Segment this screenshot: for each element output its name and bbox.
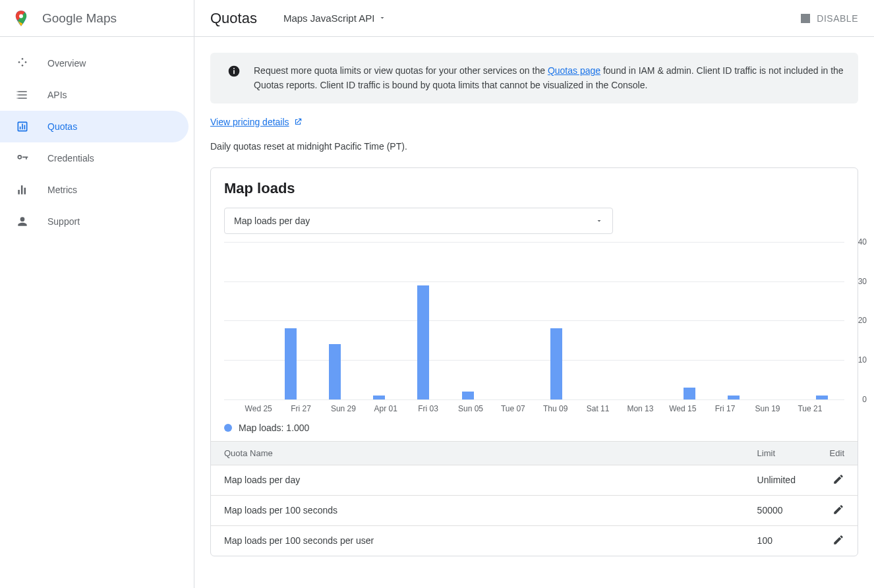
overview-icon: [15, 55, 30, 71]
x-tick: Fri 03: [407, 404, 449, 413]
caret-down-icon: [378, 13, 386, 24]
sidebar-header: Google Maps: [0, 0, 194, 37]
x-tick: Thu 09: [535, 404, 577, 413]
quota-limit-cell: 50000: [744, 495, 817, 525]
nav-item-overview[interactable]: Overview: [0, 47, 194, 79]
x-tick: Mon 13: [619, 404, 661, 413]
chart-bar: [728, 396, 740, 399]
quota-edit-cell: [817, 495, 858, 525]
dropdown-label: Map loads per day: [234, 216, 310, 226]
pricing-link-label: View pricing details: [210, 117, 289, 127]
nav-label: Quotas: [47, 121, 77, 132]
chart-legend: Map loads: 1.000: [211, 413, 858, 441]
caret-down-icon: [595, 217, 603, 225]
product-name: Google Maps: [42, 11, 117, 26]
x-tick: Tue 21: [789, 404, 831, 413]
disable-label: DISABLE: [817, 13, 858, 24]
y-tick: 10: [858, 355, 867, 365]
chart-bar: [417, 285, 429, 399]
chart-bar: [329, 344, 341, 399]
nav-label: Overview: [47, 58, 86, 69]
quota-edit-cell: [817, 465, 858, 495]
edit-icon[interactable]: [832, 473, 844, 485]
quota-name-cell: Map loads per day: [211, 465, 744, 495]
svg-rect-3: [233, 68, 235, 69]
x-tick: Tue 07: [492, 404, 534, 413]
chart-bar: [684, 388, 695, 399]
y-tick: 30: [858, 277, 867, 286]
quotas-icon: [15, 119, 30, 134]
x-tick: Wed 15: [662, 404, 704, 413]
metric-dropdown[interactable]: Map loads per day: [224, 208, 613, 234]
api-selector-label: Maps JavaScript API: [283, 13, 374, 24]
quota-name-cell: Map loads per 100 seconds per user: [211, 525, 744, 556]
th-limit: Limit: [744, 441, 817, 465]
card-title: Map loads: [211, 180, 858, 208]
th-edit: Edit: [817, 441, 858, 465]
nav-item-quotas[interactable]: Quotas: [0, 111, 189, 142]
main: Quotas Maps JavaScript API DISABLE Reque…: [194, 0, 874, 588]
x-tick: Fri 17: [704, 404, 746, 413]
table-row: Map loads per 100 seconds per user100: [211, 525, 858, 556]
quotas-page-link[interactable]: Quotas page: [548, 65, 600, 76]
sidebar: Google Maps Overview APIs Quotas Credent…: [0, 0, 194, 588]
legend-dot-icon: [224, 424, 232, 432]
banner-prefix: Request more quota limits or view quotas…: [254, 65, 548, 76]
nav-item-credentials[interactable]: Credentials: [0, 142, 194, 174]
page-title: Quotas: [210, 10, 257, 27]
table-row: Map loads per 100 seconds50000: [211, 495, 858, 525]
reset-note: Daily quotas reset at midnight Pacific T…: [210, 141, 858, 152]
stop-icon: [801, 14, 810, 23]
external-link-icon: [293, 117, 303, 127]
nav-label: APIs: [47, 90, 67, 100]
y-tick: 20: [858, 316, 867, 325]
edit-icon[interactable]: [832, 534, 844, 546]
pricing-details-link[interactable]: View pricing details: [210, 117, 303, 127]
nav-label: Metrics: [47, 185, 77, 195]
x-tick: Apr 01: [364, 404, 407, 413]
quota-limit-cell: Unlimited: [744, 465, 817, 495]
info-icon: [227, 65, 241, 78]
chart-bar: [285, 328, 297, 399]
support-icon: [15, 214, 30, 229]
content: Request more quota limits or view quotas…: [194, 37, 874, 572]
nav: Overview APIs Quotas Credentials Metrics…: [0, 37, 194, 237]
svg-point-0: [19, 14, 23, 18]
table-row: Map loads per dayUnlimited: [211, 465, 858, 495]
nav-item-metrics[interactable]: Metrics: [0, 174, 194, 206]
nav-item-support[interactable]: Support: [0, 206, 194, 237]
nav-label: Credentials: [47, 153, 94, 163]
info-banner: Request more quota limits or view quotas…: [210, 53, 858, 103]
legend-label: Map loads: 1.000: [239, 423, 309, 433]
chart: 010203040 Wed 25Fri 27Sun 29Apr 01Fri 03…: [211, 242, 858, 413]
x-tick: Sun 19: [746, 404, 788, 413]
nav-item-apis[interactable]: APIs: [0, 79, 194, 111]
metrics-icon: [15, 182, 30, 198]
x-tick: Sun 29: [322, 404, 364, 413]
th-quota-name: Quota Name: [211, 441, 744, 465]
quota-name-cell: Map loads per 100 seconds: [211, 495, 744, 525]
map-loads-card: Map loads Map loads per day 010203040 We…: [210, 167, 858, 556]
svg-rect-2: [233, 70, 235, 74]
x-tick: Sun 05: [450, 404, 492, 413]
y-tick: 40: [858, 237, 867, 247]
google-maps-logo-icon: [12, 9, 30, 28]
chart-bar: [550, 328, 562, 399]
main-header: Quotas Maps JavaScript API DISABLE: [194, 0, 874, 37]
x-tick: Wed 25: [237, 404, 279, 413]
y-tick: 0: [862, 395, 867, 404]
x-tick: Sat 11: [577, 404, 619, 413]
chart-bar: [816, 396, 828, 399]
disable-button[interactable]: DISABLE: [801, 13, 858, 24]
x-tick: Fri 27: [279, 404, 322, 413]
quota-limit-cell: 100: [744, 525, 817, 556]
quota-edit-cell: [817, 525, 858, 556]
nav-label: Support: [47, 216, 80, 227]
quota-table: Quota Name Limit Edit Map loads per dayU…: [211, 441, 858, 556]
credentials-icon: [15, 150, 30, 166]
chart-bar: [373, 396, 385, 399]
api-selector[interactable]: Maps JavaScript API: [283, 13, 386, 24]
apis-icon: [15, 87, 30, 103]
chart-bar: [462, 392, 474, 399]
edit-icon[interactable]: [832, 504, 844, 515]
